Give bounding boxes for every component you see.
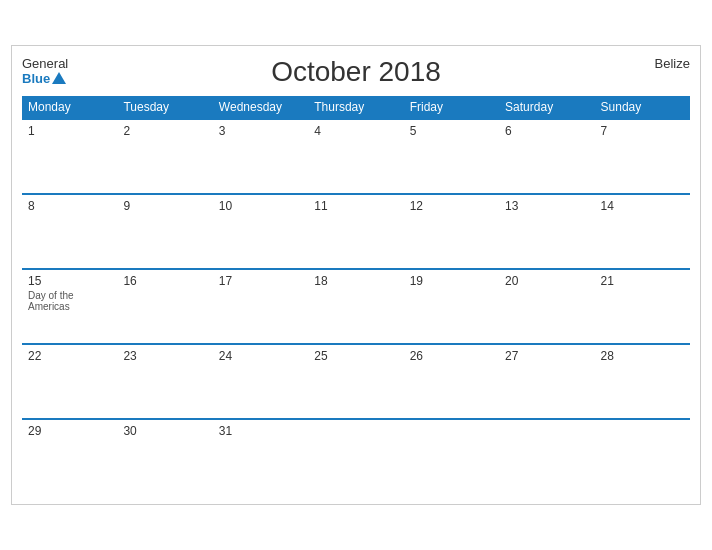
calendar-wrapper: General Blue October 2018 Belize Monday … bbox=[11, 45, 701, 505]
day-number: 18 bbox=[314, 274, 397, 288]
calendar-cell: 15Day of the Americas bbox=[22, 269, 117, 344]
calendar-cell: 29 bbox=[22, 419, 117, 494]
day-number: 4 bbox=[314, 124, 397, 138]
day-number: 15 bbox=[28, 274, 111, 288]
calendar-cell: 27 bbox=[499, 344, 594, 419]
day-number: 13 bbox=[505, 199, 588, 213]
calendar-cell: 8 bbox=[22, 194, 117, 269]
calendar-cell: 14 bbox=[595, 194, 690, 269]
day-number: 24 bbox=[219, 349, 302, 363]
calendar-cell: 30 bbox=[117, 419, 212, 494]
calendar-cell: 20 bbox=[499, 269, 594, 344]
logo-blue-text: Blue bbox=[22, 71, 66, 86]
calendar-cell: 4 bbox=[308, 119, 403, 194]
calendar-week-row: 1234567 bbox=[22, 119, 690, 194]
calendar-cell: 22 bbox=[22, 344, 117, 419]
day-number: 27 bbox=[505, 349, 588, 363]
day-number: 3 bbox=[219, 124, 302, 138]
calendar-cell: 19 bbox=[404, 269, 499, 344]
logo-triangle-icon bbox=[52, 72, 66, 84]
day-number: 22 bbox=[28, 349, 111, 363]
calendar-cell: 21 bbox=[595, 269, 690, 344]
col-friday: Friday bbox=[404, 96, 499, 119]
day-number: 21 bbox=[601, 274, 684, 288]
col-thursday: Thursday bbox=[308, 96, 403, 119]
day-number: 1 bbox=[28, 124, 111, 138]
col-tuesday: Tuesday bbox=[117, 96, 212, 119]
day-number: 16 bbox=[123, 274, 206, 288]
day-number: 11 bbox=[314, 199, 397, 213]
calendar-week-row: 15Day of the Americas161718192021 bbox=[22, 269, 690, 344]
calendar-cell: 18 bbox=[308, 269, 403, 344]
calendar-cell: 17 bbox=[213, 269, 308, 344]
day-number: 2 bbox=[123, 124, 206, 138]
col-monday: Monday bbox=[22, 96, 117, 119]
day-number: 25 bbox=[314, 349, 397, 363]
calendar-cell: 1 bbox=[22, 119, 117, 194]
calendar-cell: 31 bbox=[213, 419, 308, 494]
calendar-cell: 12 bbox=[404, 194, 499, 269]
calendar-cell bbox=[595, 419, 690, 494]
calendar-cell: 16 bbox=[117, 269, 212, 344]
calendar-header: General Blue October 2018 Belize bbox=[22, 56, 690, 88]
calendar-cell: 7 bbox=[595, 119, 690, 194]
calendar-week-row: 22232425262728 bbox=[22, 344, 690, 419]
calendar-week-row: 293031 bbox=[22, 419, 690, 494]
day-number: 28 bbox=[601, 349, 684, 363]
day-number: 30 bbox=[123, 424, 206, 438]
logo-general-text: General bbox=[22, 56, 68, 71]
country-label: Belize bbox=[655, 56, 690, 71]
day-number: 31 bbox=[219, 424, 302, 438]
calendar-title: October 2018 bbox=[271, 56, 441, 88]
calendar-cell: 28 bbox=[595, 344, 690, 419]
calendar-cell: 2 bbox=[117, 119, 212, 194]
day-number: 10 bbox=[219, 199, 302, 213]
logo: General Blue bbox=[22, 56, 68, 86]
calendar-cell: 23 bbox=[117, 344, 212, 419]
col-sunday: Sunday bbox=[595, 96, 690, 119]
day-number: 20 bbox=[505, 274, 588, 288]
day-number: 5 bbox=[410, 124, 493, 138]
calendar-grid: Monday Tuesday Wednesday Thursday Friday… bbox=[22, 96, 690, 494]
calendar-cell: 5 bbox=[404, 119, 499, 194]
calendar-cell: 24 bbox=[213, 344, 308, 419]
day-number: 6 bbox=[505, 124, 588, 138]
calendar-week-row: 891011121314 bbox=[22, 194, 690, 269]
day-number: 14 bbox=[601, 199, 684, 213]
calendar-cell bbox=[499, 419, 594, 494]
day-number: 7 bbox=[601, 124, 684, 138]
day-number: 29 bbox=[28, 424, 111, 438]
calendar-body: 123456789101112131415Day of the Americas… bbox=[22, 119, 690, 494]
calendar-cell bbox=[308, 419, 403, 494]
calendar-cell bbox=[404, 419, 499, 494]
day-number: 12 bbox=[410, 199, 493, 213]
col-saturday: Saturday bbox=[499, 96, 594, 119]
day-number: 8 bbox=[28, 199, 111, 213]
calendar-cell: 3 bbox=[213, 119, 308, 194]
col-wednesday: Wednesday bbox=[213, 96, 308, 119]
day-number: 23 bbox=[123, 349, 206, 363]
day-number: 19 bbox=[410, 274, 493, 288]
day-number: 17 bbox=[219, 274, 302, 288]
calendar-cell: 9 bbox=[117, 194, 212, 269]
calendar-cell: 10 bbox=[213, 194, 308, 269]
day-number: 26 bbox=[410, 349, 493, 363]
calendar-cell: 26 bbox=[404, 344, 499, 419]
calendar-cell: 13 bbox=[499, 194, 594, 269]
day-number: 9 bbox=[123, 199, 206, 213]
day-event: Day of the Americas bbox=[28, 290, 111, 312]
calendar-cell: 11 bbox=[308, 194, 403, 269]
calendar-header-row: Monday Tuesday Wednesday Thursday Friday… bbox=[22, 96, 690, 119]
calendar-cell: 25 bbox=[308, 344, 403, 419]
calendar-cell: 6 bbox=[499, 119, 594, 194]
